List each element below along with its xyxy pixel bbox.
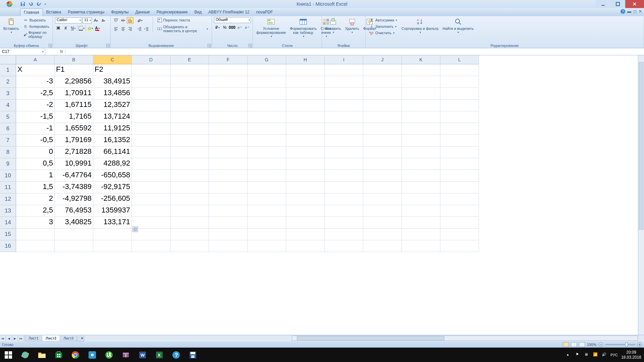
cell[interactable] (132, 158, 170, 170)
cell[interactable] (170, 64, 209, 76)
word-icon[interactable]: W (134, 348, 151, 362)
cell[interactable] (440, 205, 479, 217)
cell[interactable] (325, 100, 363, 111)
cell[interactable] (55, 240, 93, 252)
cell[interactable] (248, 182, 286, 193)
cell[interactable] (402, 146, 440, 158)
cell[interactable] (402, 193, 440, 205)
cell[interactable] (363, 158, 402, 170)
cell[interactable] (440, 135, 479, 146)
cell[interactable] (286, 111, 325, 123)
clock[interactable]: 20:09 18.03.2016 (621, 350, 641, 360)
cell[interactable] (286, 88, 325, 100)
cell[interactable] (93, 240, 132, 252)
cell[interactable] (132, 100, 170, 111)
cell[interactable] (402, 158, 440, 170)
sheet-tab[interactable]: Лист3 (60, 336, 77, 341)
cell[interactable]: 0,5 (16, 158, 55, 170)
cell[interactable]: 16,1352 (93, 135, 132, 146)
column-header[interactable]: K (402, 55, 440, 64)
cell[interactable]: 1,79169 (55, 135, 93, 146)
row-header[interactable]: 5 (0, 111, 16, 123)
zoom-level[interactable]: 190% (587, 343, 596, 347)
cell[interactable]: 11,9125 (93, 123, 132, 135)
cell[interactable] (209, 64, 248, 76)
cell[interactable]: 2 (16, 193, 55, 205)
minimize-button[interactable] (596, 0, 610, 8)
cell[interactable] (363, 64, 402, 76)
spreadsheet-grid[interactable]: ABCDEFGHIJKL 12345678910111213141516 XF1… (0, 55, 644, 335)
cell[interactable]: 38,4915 (93, 76, 132, 88)
cell[interactable] (209, 229, 248, 240)
cell[interactable] (170, 193, 209, 205)
dialog-launcher-icon[interactable]: ↘ (208, 44, 211, 47)
cell[interactable] (209, 193, 248, 205)
cell[interactable]: 133,171 (93, 217, 132, 229)
bold-button[interactable]: Ж (55, 25, 62, 32)
cell[interactable] (402, 123, 440, 135)
cell[interactable] (132, 170, 170, 182)
row-header[interactable]: 14 (0, 217, 16, 229)
row-header[interactable]: 10 (0, 170, 16, 182)
cell[interactable] (325, 135, 363, 146)
cell[interactable] (132, 64, 170, 76)
cell[interactable] (132, 193, 170, 205)
cell[interactable]: 2,5 (16, 205, 55, 217)
cell[interactable] (209, 240, 248, 252)
normal-view-icon[interactable] (563, 342, 569, 347)
cell[interactable] (132, 182, 170, 193)
cell[interactable] (363, 217, 402, 229)
column-header[interactable]: C (93, 55, 132, 64)
sheet-nav-prev-icon[interactable]: ◀ (6, 336, 12, 342)
cell[interactable] (170, 229, 209, 240)
new-sheet-button[interactable]: ✦ (77, 336, 84, 342)
cell[interactable] (440, 88, 479, 100)
flag-icon[interactable]: ⚑ (576, 352, 581, 358)
network-icon[interactable]: 📶 (593, 352, 598, 358)
cell[interactable] (248, 229, 286, 240)
italic-button[interactable]: К (62, 25, 69, 32)
fill-color-button[interactable]: ▾ (87, 25, 93, 32)
border-button[interactable]: ▾ (78, 25, 85, 32)
cell[interactable]: 2,29856 (55, 76, 93, 88)
decrease-decimal-icon[interactable]: ,0 (244, 24, 250, 31)
dialog-launcher-icon[interactable]: ↘ (106, 44, 110, 47)
conditional-formatting-button[interactable]: Условное форматирование▾ (255, 17, 287, 39)
cell[interactable] (286, 240, 325, 252)
cell[interactable] (402, 76, 440, 88)
help-icon[interactable]: ? (621, 9, 625, 14)
save-app-icon[interactable] (184, 348, 201, 362)
utorrent-icon[interactable] (101, 348, 117, 362)
cell[interactable] (132, 240, 170, 252)
column-header[interactable]: H (286, 55, 325, 64)
cell[interactable] (248, 76, 286, 88)
cell[interactable] (248, 123, 286, 135)
cell[interactable] (402, 205, 440, 217)
cell[interactable] (363, 88, 402, 100)
cell[interactable] (363, 170, 402, 182)
row-header[interactable]: 6 (0, 123, 16, 135)
zoom-in-icon[interactable]: + (637, 342, 642, 347)
cell[interactable] (286, 170, 325, 182)
cell[interactable] (325, 64, 363, 76)
sheet-tab[interactable]: Лист1 (25, 336, 42, 341)
cell[interactable] (440, 76, 479, 88)
cell[interactable] (286, 193, 325, 205)
cell[interactable]: 10,9991 (55, 158, 93, 170)
cell[interactable] (402, 217, 440, 229)
cell[interactable] (170, 240, 209, 252)
cell[interactable]: -650,658 (93, 170, 132, 182)
currency-icon[interactable]: ₽▾ (214, 24, 221, 31)
row-header[interactable]: 1 (0, 64, 16, 76)
row-header[interactable]: 3 (0, 88, 16, 100)
cell[interactable]: 1,5 (16, 182, 55, 193)
column-header[interactable]: D (132, 55, 170, 64)
cell[interactable] (209, 135, 248, 146)
tab-вид[interactable]: Вид (191, 8, 205, 16)
cell[interactable] (363, 193, 402, 205)
cell[interactable] (286, 135, 325, 146)
ie-icon[interactable] (17, 348, 34, 362)
cell[interactable] (286, 229, 325, 240)
row-header[interactable]: 13 (0, 205, 16, 217)
cell[interactable]: 1359937 (93, 205, 132, 217)
